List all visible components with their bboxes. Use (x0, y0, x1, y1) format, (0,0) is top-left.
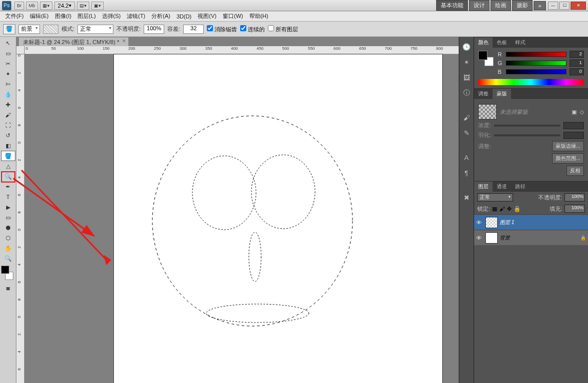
menu-analysis[interactable]: 分析(A) (148, 11, 173, 21)
menu-view[interactable]: 视图(V) (194, 11, 220, 21)
contiguous-checkbox[interactable]: 连续的 (240, 25, 265, 33)
lock-all-icon[interactable]: 🔒 (514, 206, 521, 212)
color-swatches[interactable] (1, 266, 15, 280)
hand-tool[interactable]: ✋ (1, 243, 15, 253)
blur-tool[interactable]: △ (1, 161, 15, 171)
type-tool[interactable]: T (1, 192, 15, 202)
lock-trans-icon[interactable]: ▦ (492, 206, 497, 212)
invert-button[interactable]: 反相 (566, 166, 584, 176)
workspace-basic[interactable]: 基本功能 (436, 0, 468, 11)
mini-bridge-button[interactable]: Mb (26, 2, 38, 10)
shape-tool[interactable]: ▭ (1, 212, 15, 223)
mask-edge-button[interactable]: 蒙版边缘... (552, 141, 584, 151)
lock-paint-icon[interactable]: 🖌 (499, 206, 505, 212)
marquee-tool[interactable]: ▭ (1, 48, 15, 58)
document-tab[interactable]: 未标题-1 @ 24.2% (图层 1, CMYK/8) * ✕ (18, 37, 129, 46)
quick-select-tool[interactable]: ✦ (1, 69, 15, 79)
vector-mask-icon[interactable]: ◇ (580, 109, 584, 115)
fill-source-select[interactable]: 前景 (18, 25, 40, 34)
history-icon[interactable]: 🕓 (461, 41, 472, 52)
layer-item[interactable]: 👁 背景 🔒 (474, 230, 588, 245)
canvas[interactable] (114, 54, 442, 383)
tool-presets-icon[interactable]: ✖ (461, 192, 472, 203)
stamp-tool[interactable]: ⛶ (1, 120, 15, 130)
paragraph-icon[interactable]: ¶ (461, 167, 472, 178)
visibility-icon[interactable]: 👁 (476, 219, 483, 226)
quick-mask-toggle[interactable]: ◙ (1, 283, 15, 293)
menu-filter[interactable]: 滤镜(T) (124, 11, 148, 21)
workspace-design[interactable]: 设计 (469, 0, 489, 11)
brush-tool[interactable]: 🖌 (1, 110, 15, 120)
lasso-tool[interactable]: ✂ (1, 58, 15, 69)
feather-slider[interactable] (494, 134, 560, 136)
b-value[interactable]: 0 (570, 68, 584, 75)
color-range-button[interactable]: 颜色范围... (552, 153, 584, 164)
pattern-picker[interactable] (43, 25, 58, 34)
all-layers-checkbox[interactable]: 所有图层 (268, 25, 298, 33)
healing-tool[interactable]: ✚ (1, 99, 15, 110)
menu-file[interactable]: 文件(F) (2, 11, 27, 21)
layer-name[interactable]: 背景 (500, 234, 578, 241)
view-extras-button[interactable]: ▦▾ (40, 2, 52, 10)
tolerance-input[interactable]: 32 (183, 25, 204, 34)
hue-ramp[interactable] (478, 79, 584, 85)
tab-swatches[interactable]: 色板 (493, 37, 511, 48)
screen-mode-button[interactable]: ▣▾ (91, 2, 104, 10)
pen-tool[interactable]: ✒ (1, 182, 15, 192)
swatches-icon[interactable]: 🖼 (461, 72, 472, 83)
g-value[interactable]: 1 (570, 59, 584, 67)
tab-mask[interactable]: 蒙版 (493, 89, 511, 99)
workspace-photo[interactable]: 摄影 (512, 0, 533, 11)
b-slider[interactable] (506, 69, 566, 74)
tab-styles[interactable]: 样式 (511, 37, 530, 48)
history-brush-tool[interactable]: ↺ (1, 130, 15, 140)
menu-select[interactable]: 选择(S) (99, 11, 124, 21)
menu-image[interactable]: 图像(I) (52, 11, 74, 21)
layer-item[interactable]: 👁 图层 1 (474, 214, 588, 230)
layer-name[interactable]: 图层 1 (500, 219, 586, 226)
workspace-paint[interactable]: 绘画 (491, 0, 511, 11)
tab-color[interactable]: 颜色 (474, 37, 493, 48)
r-slider[interactable] (506, 52, 566, 57)
minimize-button[interactable]: — (548, 2, 558, 10)
menu-help[interactable]: 帮助(H) (246, 11, 271, 21)
density-slider[interactable] (494, 125, 560, 127)
feather-value[interactable] (563, 132, 584, 139)
layer-blend-select[interactable]: 正常 (477, 193, 513, 201)
3d-tool[interactable]: ⬢ (1, 223, 15, 233)
layer-thumbnail[interactable] (485, 217, 498, 228)
lock-move-icon[interactable]: ✥ (507, 206, 512, 212)
pixel-mask-icon[interactable]: ▣ (572, 109, 577, 115)
foreground-color-swatch[interactable] (1, 266, 9, 274)
layer-opacity-input[interactable]: 100% (564, 193, 585, 201)
panel-color-swatches[interactable] (478, 51, 494, 66)
menu-layer[interactable]: 图层(L) (74, 11, 99, 21)
layer-fill-input[interactable]: 100% (564, 205, 585, 213)
info-icon[interactable]: ⓘ (461, 87, 472, 98)
menu-window[interactable]: 窗口(W) (220, 11, 246, 21)
workspace-more[interactable]: » (534, 1, 546, 10)
zoom-tool[interactable]: 🔍 (1, 253, 15, 264)
close-tab-icon[interactable]: ✕ (122, 38, 126, 44)
bucket-tool[interactable]: 🪣 (1, 151, 15, 161)
opacity-input[interactable]: 100% (144, 25, 164, 34)
bucket-tool-icon[interactable]: 🪣 (3, 24, 15, 34)
crop-tool[interactable]: ✄ (1, 79, 15, 89)
anti-alias-checkbox[interactable]: 消除锯齿 (207, 25, 237, 33)
tab-adjust[interactable]: 调整 (474, 89, 493, 99)
maximize-button[interactable]: ☐ (559, 2, 570, 10)
tab-channels[interactable]: 通道 (493, 182, 511, 192)
zoom-dropdown[interactable]: 24.2 ▾ (54, 2, 75, 10)
density-value[interactable] (563, 122, 584, 129)
arrange-docs-button[interactable]: ▤▾ (77, 2, 89, 10)
visibility-icon[interactable]: 👁 (476, 235, 483, 241)
brush-settings-icon[interactable]: 🖌 (461, 112, 472, 123)
tab-paths[interactable]: 路径 (511, 182, 530, 192)
compass-icon[interactable]: ✴ (461, 56, 472, 68)
menu-edit[interactable]: 编辑(E) (27, 11, 52, 21)
3d-camera-tool[interactable]: ⬡ (1, 233, 15, 243)
path-select-tool[interactable]: ▶ (1, 202, 15, 212)
move-tool[interactable]: ↖ (1, 38, 15, 48)
menu-3d[interactable]: 3D(D) (173, 12, 194, 21)
blend-mode-select[interactable]: 正常 (77, 25, 113, 34)
